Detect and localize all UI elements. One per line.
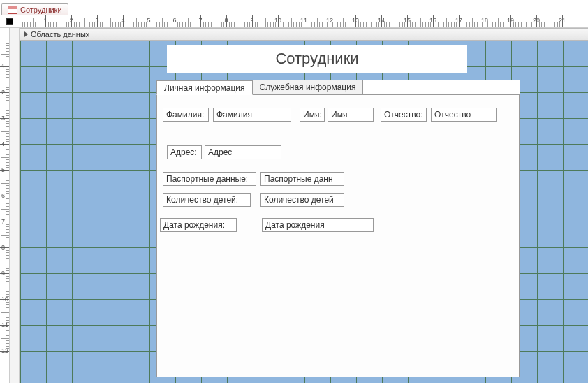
ruler-v-num: 2	[1, 89, 5, 96]
tab-strip: Личная информация Служебная информация	[156, 80, 520, 95]
detail-section-grid[interactable]: Сотрудники Личная информация Служебная и…	[20, 41, 588, 383]
tab-work[interactable]: Служебная информация	[252, 80, 364, 94]
field-children[interactable]: Количество детей	[260, 193, 344, 207]
ruler-h-num: 7	[198, 17, 202, 24]
tab-page-personal: Фамилия: Фамилия Имя: Имя Отчество: Отче…	[156, 95, 520, 377]
section-expand-icon	[24, 31, 28, 37]
ruler-v-num: 4	[1, 140, 5, 147]
design-surface[interactable]: Область данных Сотрудники Личная информа…	[20, 28, 588, 383]
ruler-v-num: 1	[1, 63, 5, 70]
ruler-h-num: 6	[172, 17, 176, 24]
label-birthdate[interactable]: Дата рождения:	[160, 218, 237, 232]
field-birthdate[interactable]: Дата рождения	[262, 218, 374, 232]
field-patronymic[interactable]: Отчество	[431, 108, 497, 122]
tab-personal[interactable]: Личная информация	[156, 80, 253, 95]
form-icon	[8, 6, 17, 14]
label-address[interactable]: Адрес:	[167, 145, 202, 159]
field-address[interactable]: Адрес	[205, 145, 281, 159]
select-all-handle[interactable]	[6, 18, 13, 25]
field-surname[interactable]: Фамилия	[213, 108, 291, 122]
ruler-v-num: 9	[1, 270, 5, 277]
label-passport[interactable]: Паспортные данные:	[163, 172, 256, 186]
form-tab-label: Сотрудники	[20, 6, 62, 14]
field-name[interactable]: Имя	[328, 108, 374, 122]
vertical-ruler: 123456789101112	[0, 28, 10, 383]
ruler-h-num: 9	[250, 17, 253, 24]
form-tab[interactable]: Сотрудники	[1, 3, 68, 15]
section-label: Область данных	[31, 30, 89, 38]
field-passport[interactable]: Паспортные данн	[260, 172, 344, 186]
label-name[interactable]: Имя:	[300, 108, 325, 122]
tab-control[interactable]: Личная информация Служебная информация Ф…	[156, 80, 520, 377]
label-patronymic[interactable]: Отчество:	[381, 108, 427, 122]
ruler-h-num: 1	[43, 17, 47, 24]
ruler-v-num: 7	[1, 218, 5, 225]
ruler-v-num: 3	[1, 115, 5, 122]
ruler-origin[interactable]	[0, 15, 20, 27]
label-children[interactable]: Количество детей:	[163, 193, 251, 207]
app-tab-bar: Сотрудники	[0, 0, 588, 15]
horizontal-ruler: 123456789101112131415161718192021	[0, 15, 588, 28]
ruler-v-num: 6	[1, 192, 5, 199]
ruler-h-num: 8	[224, 17, 228, 24]
ruler-h-num: 4	[121, 17, 124, 24]
ruler-v-num: 5	[1, 166, 5, 173]
ruler-v-num: 8	[1, 244, 5, 251]
form-title-label[interactable]: Сотрудники	[167, 45, 467, 73]
ruler-h-num: 3	[95, 17, 98, 24]
ruler-h-num: 5	[147, 17, 150, 24]
section-bar-detail[interactable]: Область данных	[20, 28, 588, 41]
label-surname[interactable]: Фамилия:	[163, 108, 209, 122]
ruler-h-num: 2	[69, 17, 73, 24]
section-gutter	[10, 28, 20, 383]
